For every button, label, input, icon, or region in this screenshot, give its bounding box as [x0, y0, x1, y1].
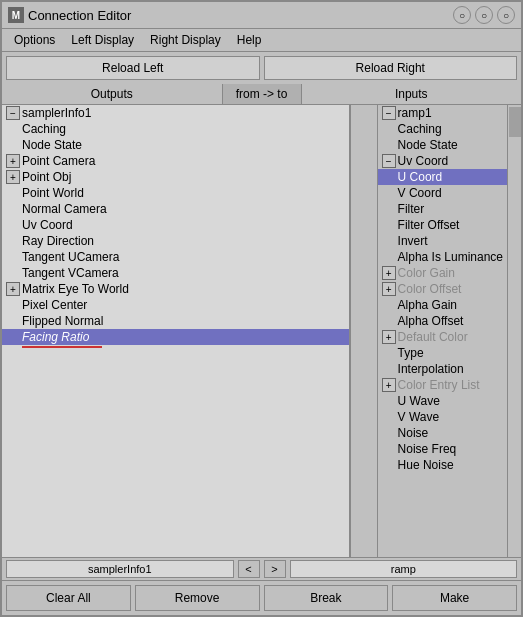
item-label: Matrix Eye To World [22, 282, 129, 296]
right-collapse-icon[interactable]: − [382, 106, 396, 120]
list-item[interactable]: + Point Obj [2, 169, 349, 185]
item-label: Facing Ratio [22, 330, 89, 344]
list-item[interactable]: Filter Offset [378, 217, 507, 233]
menu-left-display[interactable]: Left Display [63, 31, 142, 49]
list-item[interactable]: Invert [378, 233, 507, 249]
list-item[interactable]: Hue Noise [378, 457, 507, 473]
action-bar: Clear All Remove Break Make [2, 580, 521, 615]
menu-options[interactable]: Options [6, 31, 63, 49]
item-label: V Coord [398, 186, 442, 200]
item-label: Flipped Normal [22, 314, 103, 328]
uv-collapse-icon[interactable]: − [382, 154, 396, 168]
expand-icon[interactable]: + [382, 330, 396, 344]
connection-editor-window: M Connection Editor ○ ○ ○ Options Left D… [0, 0, 523, 617]
reload-right-button[interactable]: Reload Right [264, 56, 518, 80]
item-label: Ray Direction [22, 234, 94, 248]
left-root-label: samplerInfo1 [22, 106, 91, 120]
main-content: − samplerInfo1 Caching Node State + Poin… [2, 105, 521, 557]
item-label: Caching [398, 122, 442, 136]
list-item[interactable]: Caching [378, 121, 507, 137]
right-root-label: ramp1 [398, 106, 432, 120]
list-item[interactable]: Normal Camera [2, 201, 349, 217]
list-item[interactable]: Tangent UCamera [2, 249, 349, 265]
list-item[interactable]: Uv Coord [2, 217, 349, 233]
right-panel-container: − ramp1 Caching Node State − Uv Coord [378, 105, 521, 557]
menu-right-display[interactable]: Right Display [142, 31, 229, 49]
scrollbar-thumb[interactable] [509, 107, 521, 137]
expand-icon[interactable]: + [382, 266, 396, 280]
list-item[interactable]: Alpha Offset [378, 313, 507, 329]
expand-icon[interactable]: + [382, 282, 396, 296]
item-label: Invert [398, 234, 428, 248]
left-root-header: − samplerInfo1 [2, 105, 349, 121]
uv-coord-label: Uv Coord [398, 154, 449, 168]
expand-icon[interactable]: + [6, 170, 20, 184]
list-item[interactable]: + Color Entry List [378, 377, 507, 393]
item-label: Point Obj [22, 170, 71, 184]
list-item[interactable]: Tangent VCamera [2, 265, 349, 281]
item-label: Normal Camera [22, 202, 107, 216]
nav-right-button[interactable]: > [264, 560, 286, 578]
list-item[interactable]: Interpolation [378, 361, 507, 377]
list-item-facing-ratio[interactable]: Facing Ratio [2, 329, 349, 345]
left-panel[interactable]: − samplerInfo1 Caching Node State + Poin… [2, 105, 350, 557]
list-item[interactable]: Caching [2, 121, 349, 137]
item-label: Point Camera [22, 154, 95, 168]
clear-all-button[interactable]: Clear All [6, 585, 131, 611]
close-button[interactable]: ○ [497, 6, 515, 24]
list-item[interactable]: Pixel Center [2, 297, 349, 313]
make-button[interactable]: Make [392, 585, 517, 611]
list-item[interactable]: + Color Offset [378, 281, 507, 297]
list-item[interactable]: Ray Direction [2, 233, 349, 249]
item-label: U Wave [398, 394, 440, 408]
left-node-name: samplerInfo1 [6, 560, 234, 578]
list-item[interactable]: Alpha Is Luminance [378, 249, 507, 265]
list-item[interactable]: V Coord [378, 185, 507, 201]
remove-button[interactable]: Remove [135, 585, 260, 611]
item-label: U Coord [398, 170, 443, 184]
list-item[interactable]: + Matrix Eye To World [2, 281, 349, 297]
list-item-u-coord[interactable]: U Coord [378, 169, 507, 185]
list-item[interactable]: Flipped Normal [2, 313, 349, 329]
connection-line [22, 346, 102, 348]
item-label: Node State [398, 138, 458, 152]
break-button[interactable]: Break [264, 585, 389, 611]
middle-panel [350, 105, 378, 557]
list-item[interactable]: Noise Freq [378, 441, 507, 457]
item-label: Filter [398, 202, 425, 216]
item-label: V Wave [398, 410, 440, 424]
menu-help[interactable]: Help [229, 31, 270, 49]
list-item[interactable]: U Wave [378, 393, 507, 409]
list-item[interactable]: Node State [378, 137, 507, 153]
list-item[interactable]: + Point Camera [2, 153, 349, 169]
expand-icon[interactable]: + [382, 378, 396, 392]
minimize-button[interactable]: ○ [453, 6, 471, 24]
list-item[interactable]: Noise [378, 425, 507, 441]
columns-header: Outputs from -> to Inputs [2, 84, 521, 105]
reload-left-button[interactable]: Reload Left [6, 56, 260, 80]
outputs-header: Outputs [2, 84, 222, 104]
list-item[interactable]: Point World [2, 185, 349, 201]
list-item[interactable]: V Wave [378, 409, 507, 425]
item-label: Color Entry List [398, 378, 480, 392]
maximize-button[interactable]: ○ [475, 6, 493, 24]
inputs-header: Inputs [302, 84, 522, 104]
right-panel[interactable]: − ramp1 Caching Node State − Uv Coord [378, 105, 507, 557]
list-item[interactable]: + Color Gain [378, 265, 507, 281]
expand-icon[interactable]: + [6, 154, 20, 168]
right-scrollbar[interactable] [507, 105, 521, 557]
item-label: Node State [22, 138, 82, 152]
window-title: Connection Editor [28, 8, 131, 23]
list-item[interactable]: + Default Color [378, 329, 507, 345]
item-label: Interpolation [398, 362, 464, 376]
expand-icon[interactable]: + [6, 282, 20, 296]
list-item[interactable]: Type [378, 345, 507, 361]
list-item[interactable]: Node State [2, 137, 349, 153]
title-bar-left: M Connection Editor [8, 7, 131, 23]
nav-left-button[interactable]: < [238, 560, 260, 578]
bottom-name-bar: samplerInfo1 < > ramp [2, 557, 521, 580]
list-item[interactable]: Alpha Gain [378, 297, 507, 313]
list-item[interactable]: Filter [378, 201, 507, 217]
item-label: Noise Freq [398, 442, 457, 456]
left-collapse-icon[interactable]: − [6, 106, 20, 120]
